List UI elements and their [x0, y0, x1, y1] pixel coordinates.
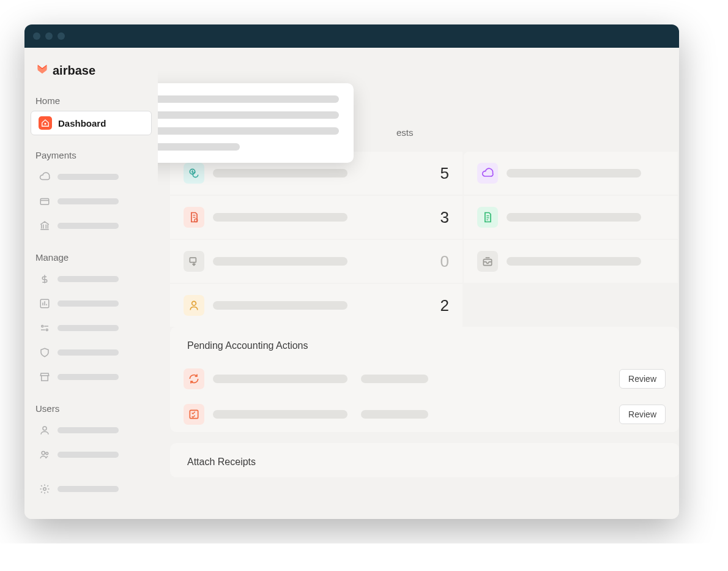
accounting-action-row: Review — [170, 397, 679, 432]
users-icon — [38, 448, 51, 461]
nav-section-manage: Manage — [24, 247, 158, 266]
svg-point-9 — [42, 451, 45, 454]
invoice-icon — [184, 207, 204, 228]
review-button[interactable]: Review — [619, 405, 666, 424]
cell-placeholder — [213, 213, 347, 222]
svg-rect-17 — [190, 410, 198, 418]
nav-placeholder — [58, 374, 119, 380]
sidebar-item-manage-3[interactable] — [31, 316, 152, 340]
checklist-icon — [184, 404, 204, 425]
action-placeholder — [213, 375, 347, 383]
tooltip-placeholder-line — [158, 111, 339, 119]
pending-accounting-panel: Pending Accounting Actions Review Review — [170, 327, 679, 432]
sliders-icon — [38, 321, 51, 335]
nav-placeholder — [58, 427, 119, 433]
bank-icon — [38, 219, 51, 233]
document-icon — [477, 207, 498, 228]
review-button[interactable]: Review — [619, 369, 666, 389]
pending-count: 5 — [440, 164, 449, 183]
pending-count: 2 — [440, 296, 449, 315]
action-placeholder — [361, 410, 428, 419]
nav-placeholder — [58, 198, 119, 204]
dashboard-tooltip — [158, 83, 354, 163]
pending-request-row[interactable] — [464, 152, 679, 196]
inbox-icon — [477, 251, 498, 272]
pending-request-row[interactable] — [464, 240, 679, 284]
nav-section-payments: Payments — [24, 145, 158, 164]
pending-request-row[interactable]: 2 — [170, 284, 464, 327]
sidebar: airbase Home Dashboard Payments — [24, 48, 158, 519]
window-zoom-dot[interactable] — [58, 32, 65, 40]
svg-point-10 — [46, 452, 48, 455]
nav-placeholder — [58, 174, 119, 180]
tooltip-placeholder-line — [158, 95, 339, 103]
sidebar-item-manage-4[interactable] — [31, 341, 152, 364]
nav-placeholder — [58, 452, 119, 458]
cell-placeholder — [507, 169, 641, 177]
svg-point-6 — [46, 329, 48, 331]
sidebar-item-users-2[interactable] — [31, 443, 152, 466]
main-content: ests 5 3 — [158, 48, 679, 519]
sync-icon — [184, 368, 204, 389]
dashboard-icon — [39, 116, 52, 130]
tooltip-placeholder-line — [158, 143, 240, 151]
sidebar-item-manage-5[interactable] — [31, 365, 152, 389]
nav-placeholder — [58, 223, 119, 229]
sidebar-item-payments-3[interactable] — [31, 214, 152, 237]
brand-logo[interactable]: airbase — [24, 62, 158, 91]
sidebar-item-dashboard[interactable]: Dashboard — [31, 111, 152, 135]
tooltip-placeholder-line — [158, 127, 339, 135]
svg-point-0 — [45, 123, 46, 125]
window-titlebar — [24, 24, 679, 48]
chart-icon — [38, 297, 51, 310]
sidebar-item-payments-2[interactable] — [31, 190, 152, 213]
empty-cell — [464, 284, 679, 327]
sidebar-item-settings[interactable] — [31, 477, 152, 501]
sidebar-item-payments-1[interactable] — [31, 165, 152, 188]
nav-placeholder — [58, 276, 119, 282]
sidebar-dashboard-label: Dashboard — [58, 118, 106, 129]
nav-section-users: Users — [24, 398, 158, 417]
svg-point-16 — [192, 301, 196, 305]
gear-icon — [38, 482, 51, 496]
accounting-action-row: Review — [170, 361, 679, 397]
app-body: airbase Home Dashboard Payments — [24, 48, 679, 519]
cell-placeholder — [213, 169, 347, 177]
nav-placeholder — [58, 486, 119, 492]
cell-placeholder — [213, 301, 347, 310]
money-refresh-icon — [184, 163, 204, 184]
dollar-icon — [38, 272, 51, 286]
nav-placeholder — [58, 300, 119, 307]
person-icon — [184, 295, 204, 316]
pending-request-row[interactable]: 0 — [170, 240, 464, 284]
brand-name: airbase — [53, 64, 95, 78]
window-close-dot[interactable] — [33, 32, 40, 40]
action-placeholder — [361, 375, 428, 383]
attach-receipts-title: Attach Receipts — [170, 443, 679, 477]
app-window: airbase Home Dashboard Payments — [24, 24, 679, 519]
transfer-icon — [184, 251, 204, 272]
svg-rect-14 — [190, 258, 196, 263]
sidebar-item-users-1[interactable] — [31, 419, 152, 442]
cell-placeholder — [213, 257, 347, 266]
pending-count: 0 — [440, 252, 449, 271]
svg-point-8 — [43, 427, 46, 430]
pending-accounting-title: Pending Accounting Actions — [170, 327, 679, 361]
attach-receipts-panel: Attach Receipts — [170, 443, 679, 477]
pending-request-row[interactable]: 3 — [170, 196, 464, 240]
cell-placeholder — [507, 213, 641, 222]
pending-requests-grid: 5 3 — [170, 152, 679, 327]
svg-rect-1 — [40, 199, 49, 205]
svg-point-11 — [43, 488, 46, 491]
pending-requests-label-partial: ests — [396, 127, 414, 138]
store-icon — [38, 370, 51, 384]
nav-placeholder — [58, 325, 119, 331]
cloud-icon — [38, 170, 51, 184]
nav-section-home: Home — [24, 91, 158, 110]
sidebar-item-manage-2[interactable] — [31, 292, 152, 315]
sidebar-item-manage-1[interactable] — [31, 267, 152, 291]
user-icon — [38, 424, 51, 437]
window-minimize-dot[interactable] — [45, 32, 53, 40]
pending-request-row[interactable] — [464, 196, 679, 240]
cell-placeholder — [507, 257, 641, 266]
